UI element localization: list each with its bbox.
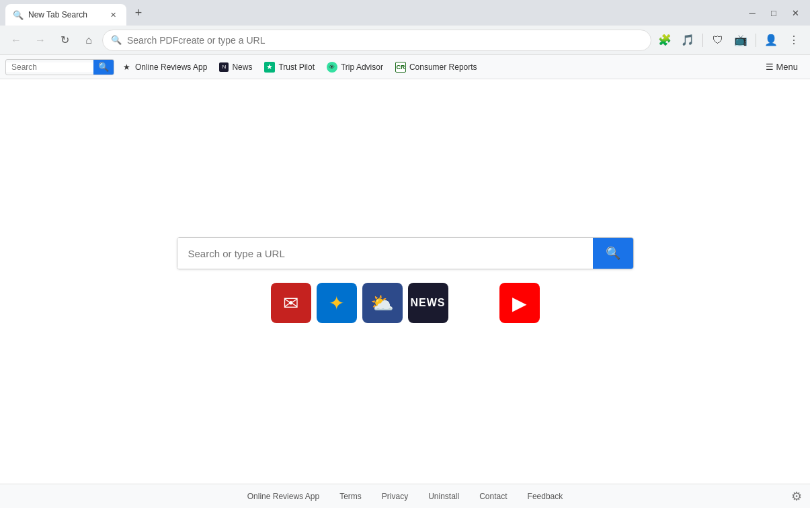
quicklink-news[interactable]: NEWS bbox=[408, 283, 448, 323]
youtube-icon: ▶ bbox=[512, 292, 527, 314]
search-widget[interactable]: 🔍 bbox=[5, 59, 114, 75]
home-button[interactable]: ⌂ bbox=[78, 30, 99, 51]
weather-icon: ⛅ bbox=[370, 292, 394, 314]
back-button[interactable]: ← bbox=[5, 30, 27, 51]
walmart-icon: ✦ bbox=[329, 292, 344, 314]
bookmarks-search-input[interactable] bbox=[6, 62, 93, 72]
footer-contact[interactable]: Contact bbox=[479, 492, 507, 501]
bookmark-online-reviews-app[interactable]: ★ Online Reviews App bbox=[116, 58, 212, 77]
footer-online-reviews-app[interactable]: Online Reviews App bbox=[247, 492, 319, 501]
menu-button[interactable]: ☰ Menu bbox=[759, 58, 805, 77]
search-icon: 🔍 bbox=[606, 246, 620, 261]
bookmark-trip-advisor-label: Trip Advisor bbox=[341, 62, 383, 72]
more-button[interactable]: ⋮ bbox=[783, 30, 805, 51]
active-tab[interactable]: 🔍 New Tab Search ✕ bbox=[5, 4, 126, 26]
tab-icon: 🔍 bbox=[13, 10, 23, 19]
quicklink-youtube[interactable]: ▶ bbox=[499, 283, 540, 323]
bookmark-consumer-reports[interactable]: CR Consumer Reports bbox=[390, 58, 483, 77]
toolbar-separator-2 bbox=[756, 34, 756, 47]
quick-links: ✉ ✦ ⛅ NEWS ▶ bbox=[271, 283, 540, 323]
settings-gear-icon[interactable]: ⚙ bbox=[791, 489, 802, 504]
music-button[interactable]: 🎵 bbox=[677, 30, 698, 51]
footer-feedback[interactable]: Feedback bbox=[528, 492, 563, 501]
footer-terms[interactable]: Terms bbox=[339, 492, 362, 501]
close-button[interactable]: ✕ bbox=[786, 3, 805, 22]
footer: Online Reviews App Terms Privacy Uninsta… bbox=[0, 484, 810, 508]
search-section: 🔍 ✉ ✦ ⛅ NEWS ▶ bbox=[177, 237, 634, 323]
tab-title: New Tab Search bbox=[28, 10, 102, 19]
shield-button[interactable]: 🛡 bbox=[707, 30, 729, 51]
tripadvisor-icon: 👁 bbox=[327, 62, 337, 73]
toolbar-icons: 🧩 🎵 🛡 📺 👤 ⋮ bbox=[654, 30, 805, 51]
address-bar[interactable]: 🔍 bbox=[102, 30, 651, 51]
news-icon: N bbox=[219, 62, 229, 72]
tab-close-button[interactable]: ✕ bbox=[108, 9, 118, 20]
cast-button[interactable]: 📺 bbox=[730, 30, 752, 51]
footer-uninstall[interactable]: Uninstall bbox=[428, 492, 459, 501]
tab-strip: 🔍 New Tab Search ✕ + bbox=[5, 0, 148, 26]
main-search-input[interactable] bbox=[177, 238, 593, 269]
gmail-icon: ✉ bbox=[283, 292, 298, 314]
main-search-button[interactable]: 🔍 bbox=[593, 237, 633, 269]
profile-button[interactable]: 👤 bbox=[760, 30, 782, 51]
footer-privacy[interactable]: Privacy bbox=[382, 492, 408, 501]
bookmark-consumer-reports-label: Consumer Reports bbox=[409, 62, 477, 72]
main-content: 🔍 ✉ ✦ ⛅ NEWS ▶ Online Reviews App Te bbox=[0, 79, 810, 508]
title-bar: 🔍 New Tab Search ✕ + ─ □ ✕ bbox=[0, 0, 810, 26]
extensions-button[interactable]: 🧩 bbox=[654, 30, 676, 51]
quicklink-gmail[interactable]: ✉ bbox=[271, 283, 311, 323]
toolbar-separator bbox=[702, 34, 703, 47]
window-controls: ─ □ ✕ bbox=[743, 3, 805, 22]
trustpilot-icon: ★ bbox=[264, 62, 275, 73]
bookmark-trust-pilot[interactable]: ★ Trust Pilot bbox=[259, 58, 320, 77]
consumer-reports-icon: CR bbox=[395, 62, 406, 73]
quicklink-weather[interactable]: ⛅ bbox=[362, 283, 403, 323]
bookmarks-search-button[interactable]: 🔍 bbox=[93, 59, 114, 75]
reload-button[interactable]: ↻ bbox=[54, 30, 75, 51]
new-tab-button[interactable]: + bbox=[129, 3, 148, 22]
bookmark-news-label: News bbox=[232, 62, 252, 72]
bookmark-online-reviews-label: Online Reviews App bbox=[135, 62, 207, 72]
maximize-button[interactable]: □ bbox=[764, 3, 783, 22]
news-icon: NEWS bbox=[411, 297, 446, 309]
forward-button[interactable]: → bbox=[30, 30, 51, 51]
minimize-button[interactable]: ─ bbox=[743, 3, 762, 22]
bookmark-trip-advisor[interactable]: 👁 Trip Advisor bbox=[321, 58, 389, 77]
online-reviews-icon: ★ bbox=[121, 62, 132, 73]
quicklink-walmart[interactable]: ✦ bbox=[317, 283, 357, 323]
main-search-bar[interactable]: 🔍 bbox=[177, 237, 634, 269]
search-icon: 🔍 bbox=[111, 35, 122, 45]
address-input[interactable] bbox=[127, 35, 643, 46]
bookmarks-bar: 🔍 ★ Online Reviews App N News ★ Trust Pi… bbox=[0, 55, 810, 79]
bookmark-news[interactable]: N News bbox=[214, 58, 257, 77]
bookmark-trust-pilot-label: Trust Pilot bbox=[278, 62, 315, 72]
navigation-bar: ← → ↻ ⌂ 🔍 🧩 🎵 🛡 📺 👤 ⋮ bbox=[0, 26, 810, 55]
